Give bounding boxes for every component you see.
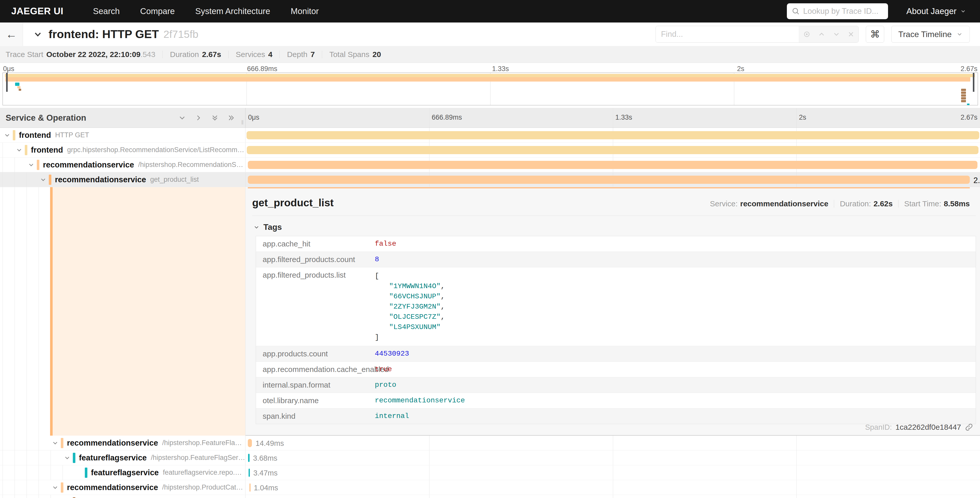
span-duration-bar[interactable] — [247, 146, 978, 154]
duration-value: 2.62s — [873, 200, 892, 208]
tag-row[interactable]: app.filtered_products.list["1YMWWN1N4O",… — [256, 267, 976, 346]
tag-row[interactable]: internal.span.formatproto — [256, 377, 976, 393]
span-duration-bar[interactable] — [248, 454, 249, 462]
minimap-left-scrubber[interactable] — [6, 73, 8, 92]
tag-value: 44530923 — [375, 346, 412, 361]
span-name-cell[interactable] — [0, 495, 245, 498]
span-chevron-down-icon[interactable] — [63, 454, 72, 461]
back-button[interactable]: ← — [0, 22, 23, 46]
minimap-span-bar — [19, 89, 21, 91]
span-row[interactable]: featureflagservicefeatureflagservice.rep… — [0, 465, 980, 480]
span-service-name: recommendationservice — [67, 439, 158, 448]
span-operation-name: HTTP GET — [55, 131, 89, 139]
collapse-one-icon[interactable] — [178, 113, 186, 122]
tag-row[interactable]: span.kindinternal — [256, 409, 976, 424]
copy-link-icon[interactable] — [965, 423, 974, 431]
span-row[interactable]: recommendationservice/hipstershop.Recomm… — [0, 158, 980, 172]
span-timeline-cell: 1.04ms — [245, 480, 980, 495]
list-item: "1YMWWN1N4O", — [375, 281, 445, 291]
clear-find-icon[interactable] — [847, 30, 855, 38]
duration-value: 2.67s — [202, 50, 221, 59]
total-spans-label: Total Spans — [329, 50, 369, 59]
span-duration-bar[interactable] — [247, 131, 979, 139]
span-row[interactable]: featureflagservice/hipstershop.FeatureFl… — [0, 450, 980, 465]
timeline-ticks-header: 0μs 666.89ms 1.33s 2s 2.67s — [245, 108, 980, 128]
span-name-cell[interactable]: recommendationservice/hipstershop.Recomm… — [0, 158, 245, 172]
span-chevron-down-icon[interactable] — [3, 132, 12, 139]
span-chevron-down-icon[interactable] — [38, 176, 48, 183]
trace-lookup-input[interactable] — [803, 6, 883, 16]
span-detail-row: get_product_list Service: recommendation… — [0, 187, 980, 436]
span-row[interactable]: frontendgrpc.hipstershop.RecommendationS… — [0, 143, 980, 158]
find-input[interactable] — [656, 26, 799, 42]
minimap-tick: 666.89ms — [247, 65, 277, 73]
span-name-cell[interactable]: recommendationservice/hipstershop.Featur… — [0, 436, 245, 450]
span-duration-bar[interactable] — [248, 176, 970, 184]
timeline-grid-line — [796, 495, 797, 498]
indent-guide — [27, 436, 38, 450]
nav-item-system-architecture[interactable]: System Architecture — [195, 6, 270, 16]
timeline-grid-line — [613, 436, 613, 450]
span-detail-panel: get_product_list Service: recommendation… — [245, 187, 980, 436]
span-row[interactable]: recommendationservice/hipstershop.Featur… — [0, 436, 980, 450]
nav-item-compare[interactable]: Compare — [140, 6, 175, 16]
prev-match-icon[interactable] — [818, 30, 826, 38]
tag-row[interactable]: app.products.count44530923 — [256, 346, 976, 362]
span-name-cell[interactable]: frontendHTTP GET — [0, 128, 245, 142]
span-name-cell[interactable]: recommendationservice/hipstershop.Produc… — [0, 480, 245, 495]
span-duration-bar[interactable] — [249, 484, 251, 492]
nav-item-search[interactable]: Search — [93, 6, 120, 16]
timeline-grid-line — [429, 450, 430, 465]
collapse-all-icon[interactable] — [210, 113, 219, 122]
tag-row[interactable]: app.cache_hitfalse — [256, 236, 976, 252]
span-duration-bar[interactable] — [248, 469, 250, 477]
service-label: Service: — [710, 200, 738, 208]
about-jaeger-menu[interactable]: About Jaeger — [907, 6, 966, 16]
tag-row[interactable]: app.recommendation.cache_enabledtrue — [256, 362, 976, 377]
expand-all-icon[interactable] — [227, 113, 235, 122]
span-chevron-down-icon[interactable] — [51, 484, 60, 491]
indent-guide — [27, 495, 38, 498]
span-name-cell[interactable]: featureflagservicefeatureflagservice.rep… — [0, 465, 245, 480]
collapse-trace-header-icon[interactable] — [33, 29, 43, 39]
list-bracket: [ — [375, 271, 445, 281]
tag-value: recommendationservice — [375, 393, 468, 408]
service-operation-header: Service & Operation ‖ — [0, 108, 245, 128]
tag-row[interactable]: otel.library.namerecommendationservice — [256, 393, 976, 409]
span-service-name: featureflagservice — [79, 453, 146, 463]
tags-table: app.cache_hitfalseapp.filtered_products.… — [256, 236, 976, 424]
column-resizer[interactable]: ‖ — [241, 119, 244, 126]
tag-row[interactable]: app.filtered_products.count8 — [256, 252, 976, 267]
span-row[interactable]: recommendationserviceget_product_list2.6… — [0, 172, 980, 187]
indent-guide — [14, 450, 27, 465]
timeline-tick: 0μs — [248, 113, 259, 121]
indent-guide — [14, 465, 27, 480]
indent-guide — [3, 158, 14, 172]
minimap-right-scrubber[interactable] — [973, 73, 974, 92]
span-chevron-down-icon[interactable] — [27, 161, 36, 168]
minimap-canvas[interactable] — [3, 73, 978, 105]
next-match-icon[interactable] — [832, 30, 840, 38]
span-duration-bar[interactable] — [248, 161, 977, 169]
indent-guide — [38, 436, 51, 450]
tags-section-toggle[interactable]: Tags — [245, 216, 980, 236]
span-name-cell[interactable]: featureflagservice/hipstershop.FeatureFl… — [0, 450, 245, 465]
service-value: recommendationservice — [740, 200, 828, 208]
jaeger-logo[interactable]: JAEGER UI — [11, 6, 64, 17]
keyboard-shortcuts-button[interactable]: ⌘ — [866, 26, 884, 43]
trace-view-selector[interactable]: Trace Timeline — [891, 26, 970, 43]
focus-match-icon[interactable] — [803, 30, 811, 38]
span-chevron-down-icon[interactable] — [51, 439, 60, 447]
span-name-cell[interactable]: recommendationserviceget_product_list — [0, 172, 245, 187]
span-duration-bar[interactable] — [248, 439, 252, 447]
tag-key: app.cache_hit — [256, 236, 375, 252]
span-name-cell[interactable]: frontendgrpc.hipstershop.RecommendationS… — [0, 143, 245, 157]
span-row[interactable]: frontendHTTP GET — [0, 128, 980, 143]
span-row[interactable]: recommendationservice/hipstershop.Produc… — [0, 480, 980, 495]
indent-guide — [3, 143, 14, 157]
expand-one-icon[interactable] — [194, 113, 203, 122]
span-row[interactable] — [0, 495, 980, 498]
span-chevron-down-icon[interactable] — [14, 147, 24, 154]
span-timeline-cell — [245, 158, 980, 172]
nav-item-monitor[interactable]: Monitor — [291, 6, 319, 16]
